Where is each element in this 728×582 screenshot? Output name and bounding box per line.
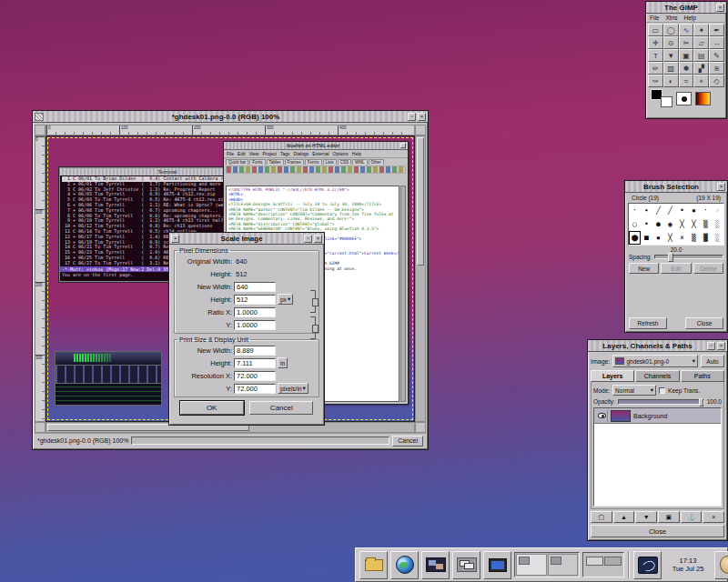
resolution-unit-dropdown[interactable]: pixels/in▾ <box>278 383 308 394</box>
slider-thumb[interactable] <box>699 398 703 406</box>
anchor-layer-icon[interactable]: ⚓ <box>681 511 703 523</box>
close-icon[interactable]: × <box>716 4 724 12</box>
keep-trans-checkbox[interactable] <box>659 387 665 394</box>
clone-tool-icon[interactable]: ▞ <box>693 62 709 75</box>
panel-clock[interactable]: 17:13 Tue Jul 25 <box>664 557 712 574</box>
print-height-input[interactable] <box>234 358 276 368</box>
window-grip[interactable] <box>35 113 44 121</box>
ratio-x-input[interactable] <box>234 307 276 317</box>
minimize-icon[interactable]: ▫ <box>408 113 416 121</box>
color-picker-tool-icon[interactable]: ▼ <box>663 49 679 62</box>
layers-dialog-titlebar[interactable]: Layers, Channels & Paths ▫ × <box>588 340 727 352</box>
new-width-input[interactable] <box>234 282 276 292</box>
new-height-input[interactable] <box>234 295 276 305</box>
delete-brush-button[interactable]: Delete <box>693 263 723 274</box>
close-icon[interactable]: × <box>717 342 725 350</box>
brush-swatch[interactable]: × <box>676 231 688 245</box>
brush-swatch[interactable]: ╳ <box>664 231 676 245</box>
brush-swatch[interactable]: • <box>676 204 688 217</box>
image-window-titlebar[interactable]: *ghdesk01.png-0.0 (RGB) 100% ▫ × <box>33 111 428 123</box>
tab-paths[interactable]: Paths <box>681 370 724 382</box>
brush-swatch[interactable]: ● <box>652 217 664 231</box>
tab-channels[interactable]: Channels <box>635 370 679 382</box>
brush-swatch[interactable]: ╳ <box>688 217 700 231</box>
brush-swatch[interactable]: ▪ <box>688 204 700 217</box>
duplicate-layer-icon[interactable]: ▣ <box>658 511 680 523</box>
edit-brush-button[interactable]: Edit <box>661 263 691 274</box>
minimize-icon[interactable]: ▫ <box>707 342 715 350</box>
active-brush-preview[interactable] <box>676 92 692 105</box>
visibility-toggle[interactable] <box>596 410 608 422</box>
brush-swatch[interactable]: ◉ <box>664 217 676 231</box>
pixel-unit-dropdown[interactable]: px▾ <box>278 294 293 305</box>
cancel-button[interactable]: Cancel <box>392 436 423 447</box>
scrollbar-thumb[interactable] <box>417 137 424 266</box>
paintbrush-tool-icon[interactable]: ✏ <box>648 62 663 75</box>
brush-swatch[interactable]: ▪ <box>652 231 664 245</box>
active-gradient-preview[interactable] <box>695 92 711 105</box>
auto-button[interactable]: Auto <box>701 355 724 367</box>
print-width-input[interactable] <box>234 346 276 356</box>
gradient-tool-icon[interactable]: ▤ <box>693 49 709 62</box>
brush-swatch[interactable]: ● <box>629 231 641 245</box>
window-tasklist[interactable] <box>582 552 624 577</box>
move-tool-icon[interactable]: ✛ <box>648 36 663 49</box>
brush-dialog-titlebar[interactable]: Brush Selection × <box>625 181 727 193</box>
refresh-button[interactable]: Refresh <box>629 317 667 329</box>
image-selector-dropdown[interactable]: ghdesk01.png-0 ▾ <box>612 355 698 367</box>
raise-layer-icon[interactable]: ▲ <box>613 511 635 523</box>
color-swatch[interactable] <box>651 89 672 107</box>
lasso-tool-icon[interactable]: ∿ <box>679 24 694 36</box>
airbrush-tool-icon[interactable]: ✱ <box>679 62 694 75</box>
close-icon[interactable]: × <box>717 183 725 191</box>
screenshot-launcher[interactable] <box>421 551 450 579</box>
inch-unit-dropdown[interactable]: in <box>278 357 288 368</box>
opacity-slider[interactable] <box>618 399 704 405</box>
brush-swatch[interactable]: ○ <box>629 217 641 231</box>
ink-tool-icon[interactable]: ✑ <box>648 75 663 87</box>
ratio-y-input[interactable] <box>234 320 276 330</box>
new-brush-button[interactable]: New <box>629 263 659 274</box>
brush-swatch[interactable]: ╱ <box>652 204 664 217</box>
text-tool-icon[interactable]: T <box>648 49 663 62</box>
scale-dialog-titlebar[interactable]: ▪ Scale Image ▫ × <box>169 233 324 245</box>
app-launcher[interactable] <box>633 551 662 579</box>
pencil-tool-icon[interactable]: ✎ <box>709 49 724 62</box>
workspace-1[interactable] <box>516 554 547 576</box>
slider-thumb[interactable] <box>668 253 673 262</box>
brush-swatch[interactable]: ╱ <box>664 204 676 217</box>
dodge-burn-tool-icon[interactable]: ◐ <box>663 75 679 87</box>
ok-button[interactable]: OK <box>180 401 244 415</box>
brush-swatch[interactable]: • <box>641 217 652 231</box>
resolution-y-input[interactable] <box>234 384 276 394</box>
resize-grip[interactable] <box>415 422 426 433</box>
close-button[interactable]: Close <box>591 525 724 537</box>
web-browser-launcher[interactable] <box>390 551 419 579</box>
measure-tool-icon[interactable]: ⌖ <box>693 75 709 87</box>
bucket-fill-tool-icon[interactable]: ▣ <box>679 49 694 62</box>
toolbox-menu-item[interactable]: Xtns <box>665 15 677 21</box>
brush-swatch[interactable]: ╳ <box>676 217 688 231</box>
chain-link-icon[interactable] <box>310 290 316 313</box>
close-icon[interactable]: × <box>418 113 426 121</box>
close-icon[interactable]: × <box>314 235 322 243</box>
toolbox-menu-item[interactable]: Help <box>684 15 696 21</box>
brush-swatch[interactable]: · <box>629 204 641 217</box>
workspace-pager[interactable] <box>514 552 580 577</box>
brush-swatch[interactable]: ◦ <box>712 204 723 217</box>
fuzzy-select-tool-icon[interactable]: ✦ <box>693 24 709 36</box>
close-button[interactable]: Close <box>685 317 723 329</box>
new-layer-icon[interactable]: ▢ <box>591 511 612 523</box>
magnify-tool-icon[interactable]: ⊙ <box>663 36 679 49</box>
canvas-vertical-scrollbar[interactable] <box>415 135 426 422</box>
file-manager-launcher[interactable] <box>359 551 388 579</box>
delete-layer-icon[interactable]: × <box>703 511 724 523</box>
tab-layers[interactable]: Layers <box>591 370 634 382</box>
spacing-slider[interactable] <box>654 255 723 259</box>
transform-tool-icon[interactable]: ▱ <box>693 36 709 49</box>
tool-icon[interactable]: ◇ <box>709 75 724 87</box>
toolbox-titlebar[interactable]: The GIMP × <box>646 2 726 14</box>
brush-swatch[interactable]: ░ <box>712 217 723 231</box>
brush-swatch[interactable]: ■ <box>641 231 652 245</box>
terminal-launcher[interactable] <box>483 551 511 579</box>
